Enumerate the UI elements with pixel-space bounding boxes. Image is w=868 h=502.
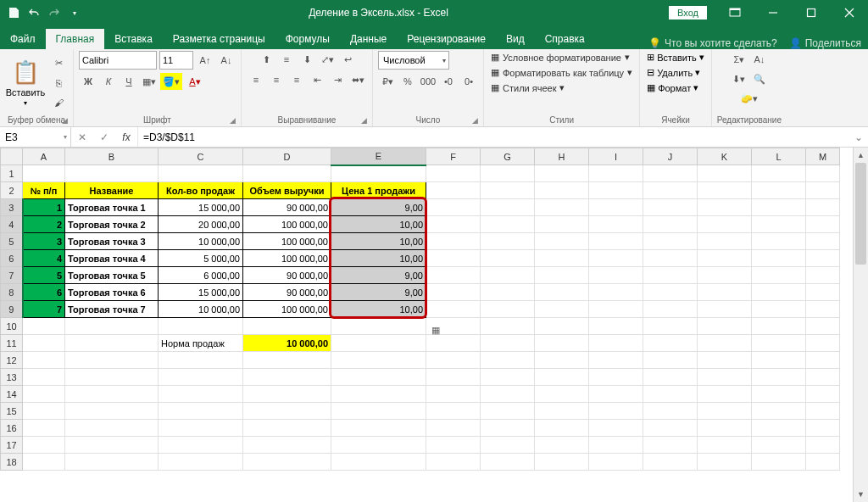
align-left-button[interactable]: ≡ [247, 71, 265, 88]
cell[interactable] [331, 437, 426, 454]
tab-insert[interactable]: Вставка [104, 29, 163, 49]
cell[interactable] [65, 437, 159, 454]
cell[interactable] [806, 352, 840, 369]
cell[interactable] [806, 233, 840, 250]
cell[interactable] [243, 318, 331, 335]
cell[interactable] [481, 318, 535, 335]
cell[interactable] [643, 369, 698, 386]
cell[interactable] [643, 352, 698, 369]
cell[interactable] [806, 199, 840, 216]
cell[interactable] [806, 420, 840, 437]
tab-data[interactable]: Данные [340, 29, 397, 49]
cell[interactable] [65, 454, 159, 471]
row-header-9[interactable]: 9 [1, 301, 23, 318]
cell[interactable] [589, 437, 643, 454]
table-cell[interactable]: 10,00 [331, 233, 426, 250]
cell[interactable] [535, 420, 589, 437]
cell[interactable] [535, 301, 589, 318]
table-cell[interactable]: 15 000,00 [159, 284, 243, 301]
cell[interactable] [643, 454, 698, 471]
cell[interactable] [589, 420, 643, 437]
cell[interactable] [243, 386, 331, 403]
cell[interactable] [159, 369, 243, 386]
cell[interactable] [426, 250, 481, 267]
cancel-formula-button[interactable]: ✕ [71, 131, 93, 143]
row-header-6[interactable]: 6 [1, 250, 23, 267]
cell[interactable] [589, 165, 643, 182]
tab-help[interactable]: Справка [535, 29, 595, 49]
table-cell[interactable]: 20 000,00 [159, 216, 243, 233]
norm-label[interactable]: Норма продаж [159, 335, 243, 352]
cell[interactable] [643, 216, 698, 233]
row-header-16[interactable]: 16 [1, 420, 23, 437]
row-header-1[interactable]: 1 [1, 165, 23, 182]
table-cell[interactable]: Торговая точка 4 [65, 250, 159, 267]
maximize-button[interactable] [792, 0, 830, 25]
table-cell[interactable]: 100 000,00 [243, 233, 331, 250]
cell[interactable] [426, 454, 481, 471]
cell[interactable] [535, 403, 589, 420]
ribbon-options-icon[interactable] [715, 0, 754, 25]
table-cell[interactable]: 90 000,00 [243, 199, 331, 216]
font-color-button[interactable]: A▾ [184, 73, 206, 90]
cell[interactable] [331, 369, 426, 386]
cell[interactable] [23, 454, 65, 471]
cell[interactable] [159, 386, 243, 403]
cell[interactable] [65, 318, 159, 335]
cell[interactable] [23, 403, 65, 420]
italic-button[interactable]: К [99, 73, 118, 90]
cell[interactable] [23, 386, 65, 403]
expand-formula-bar[interactable]: ⌄ [849, 127, 868, 147]
cell[interactable] [481, 352, 535, 369]
align-middle-button[interactable]: ≡ [277, 51, 296, 68]
table-cell[interactable]: 6 000,00 [159, 267, 243, 284]
cell[interactable] [643, 403, 698, 420]
cell[interactable] [481, 420, 535, 437]
cell[interactable] [331, 403, 426, 420]
cell[interactable] [806, 403, 840, 420]
cell[interactable] [426, 301, 481, 318]
cell[interactable] [535, 216, 589, 233]
cell[interactable] [535, 250, 589, 267]
header-cell[interactable]: Объем выручки [243, 182, 331, 199]
table-cell[interactable]: 3 [23, 233, 65, 250]
cell[interactable] [481, 267, 535, 284]
cell[interactable] [752, 335, 806, 352]
cell[interactable] [159, 352, 243, 369]
cell[interactable] [535, 369, 589, 386]
worksheet-grid[interactable]: ABCDEFGHIJKLM12№ п/пНазваниеКол-во прода… [0, 148, 868, 502]
table-cell[interactable]: Торговая точка 5 [65, 267, 159, 284]
fill-color-button[interactable]: 🪣▾ [160, 73, 182, 90]
cell[interactable] [806, 454, 840, 471]
cell[interactable] [243, 420, 331, 437]
row-header-4[interactable]: 4 [1, 216, 23, 233]
increase-indent-button[interactable]: ⇥ [328, 71, 347, 88]
cell[interactable] [698, 182, 752, 199]
col-header-D[interactable]: D [243, 148, 331, 165]
font-launcher[interactable]: ◢ [230, 116, 236, 125]
cell[interactable] [806, 437, 840, 454]
cell[interactable] [535, 165, 589, 182]
fill-button[interactable]: ⬇▾ [730, 70, 748, 87]
cell[interactable] [426, 420, 481, 437]
clipboard-launcher[interactable]: ◢ [62, 116, 68, 125]
table-cell[interactable]: 5 [23, 267, 65, 284]
align-bottom-button[interactable]: ⬇ [298, 51, 316, 68]
conditional-formatting-button[interactable]: ▦ Условное форматирование ▾ [489, 51, 632, 64]
cell[interactable] [23, 437, 65, 454]
row-header-10[interactable]: 10 [1, 318, 23, 335]
name-box[interactable]: E3 [0, 127, 71, 147]
cell[interactable] [331, 386, 426, 403]
cell[interactable] [752, 165, 806, 182]
cell[interactable] [159, 318, 243, 335]
cell[interactable] [23, 369, 65, 386]
cell[interactable] [643, 335, 698, 352]
currency-button[interactable]: ₽▾ [378, 73, 397, 90]
cell[interactable] [643, 386, 698, 403]
cell[interactable] [698, 437, 752, 454]
increase-decimal-button[interactable]: •0 [439, 73, 458, 90]
qat-more-icon[interactable]: ▾ [68, 6, 81, 20]
cell[interactable] [243, 403, 331, 420]
cell[interactable] [23, 352, 65, 369]
cell[interactable] [752, 352, 806, 369]
